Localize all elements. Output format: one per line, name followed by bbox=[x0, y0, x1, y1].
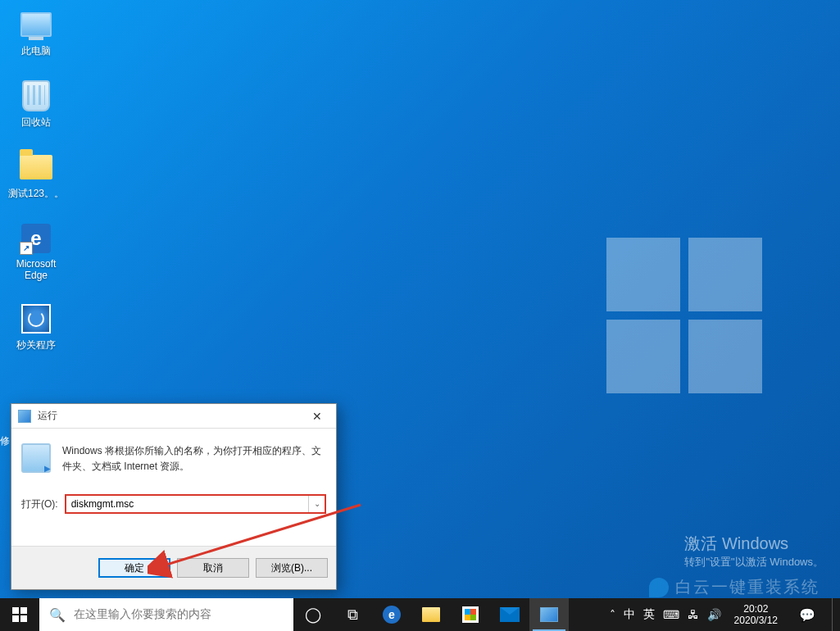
brand-watermark: 白云一键重装系统 bbox=[649, 576, 820, 598]
search-placeholder: 在这里输入你要搜索的内容 bbox=[74, 607, 211, 622]
desktop-icon-this-pc[interactable]: 此电脑 bbox=[7, 8, 66, 58]
desktop-icons: 此电脑 回收站 测试123。。 e Microsoft Edge 秒关程序 bbox=[7, 8, 66, 352]
desktop[interactable]: 此电脑 回收站 测试123。。 e Microsoft Edge 秒关程序 修 … bbox=[0, 0, 840, 631]
taskbar-clock[interactable]: 20:02 2020/3/12 bbox=[729, 603, 783, 627]
ok-button[interactable]: 确定 bbox=[98, 558, 170, 578]
recycle-bin-icon bbox=[22, 80, 50, 111]
taskbar: 🔍 在这里输入你要搜索的内容 ◯ ⧉ e ˄ 中 英 ⌨ 🖧 bbox=[0, 598, 840, 631]
desktop-icon-label: 测试123。。 bbox=[8, 187, 64, 201]
watermark-title: 激活 Windows bbox=[684, 533, 824, 555]
run-dialog-icon bbox=[21, 443, 51, 473]
open-label: 打开(O): bbox=[21, 497, 58, 511]
store-icon bbox=[462, 606, 479, 623]
start-button[interactable] bbox=[0, 598, 39, 631]
close-icon: ✕ bbox=[312, 410, 322, 423]
desktop-icon-recycle-bin[interactable]: 回收站 bbox=[7, 79, 66, 129]
windows-logo-backdrop bbox=[606, 238, 762, 393]
run-dialog: 运行 ✕ Windows 将根据你所输入的名称，为你打开相应的程序、文件夹、文档… bbox=[11, 403, 337, 590]
edge-icon: e bbox=[383, 606, 401, 624]
run-input[interactable] bbox=[66, 496, 308, 512]
desktop-icon-label: 此电脑 bbox=[21, 44, 51, 58]
activation-watermark: 激活 Windows 转到"设置"以激活 Windows。 bbox=[684, 533, 824, 570]
run-button-row: 确定 取消 浏览(B)... bbox=[11, 546, 336, 589]
computer-icon bbox=[20, 12, 52, 37]
ime-indicator[interactable]: 中 bbox=[624, 607, 635, 622]
volume-icon[interactable]: 🔊 bbox=[707, 608, 721, 621]
desktop-icon-test-folder[interactable]: 测试123。。 bbox=[7, 151, 66, 201]
taskbar-app-store[interactable] bbox=[451, 598, 490, 631]
clock-time: 20:02 bbox=[734, 603, 778, 615]
chevron-down-icon[interactable]: ⌄ bbox=[308, 496, 325, 512]
run-body: Windows 将根据你所输入的名称，为你打开相应的程序、文件夹、文档或 Int… bbox=[11, 429, 336, 546]
desktop-icon-shutdown[interactable]: 秒关程序 bbox=[7, 302, 66, 352]
folder-icon bbox=[422, 607, 440, 622]
desktop-icon-label: 修 bbox=[0, 434, 10, 448]
clock-date: 2020/3/12 bbox=[734, 615, 778, 626]
run-description: Windows 将根据你所输入的名称，为你打开相应的程序、文件夹、文档或 Int… bbox=[62, 443, 326, 474]
power-icon bbox=[21, 304, 51, 334]
run-combobox[interactable]: ⌄ bbox=[65, 494, 326, 514]
task-view-button[interactable]: ⧉ bbox=[333, 598, 372, 631]
watermark-subtitle: 转到"设置"以激活 Windows。 bbox=[684, 555, 824, 570]
cancel-button[interactable]: 取消 bbox=[177, 558, 249, 578]
taskbar-app-explorer[interactable] bbox=[411, 598, 451, 631]
tray-overflow-icon[interactable]: ˄ bbox=[610, 608, 615, 621]
run-titlebar[interactable]: 运行 ✕ bbox=[11, 404, 336, 429]
taskbar-app-mail[interactable] bbox=[490, 598, 529, 631]
run-icon bbox=[540, 607, 558, 622]
browse-button[interactable]: 浏览(B)... bbox=[256, 558, 328, 578]
taskbar-app-run[interactable] bbox=[529, 598, 569, 631]
ime-lang-indicator[interactable]: 英 bbox=[643, 607, 655, 622]
search-icon: 🔍 bbox=[49, 607, 66, 623]
show-desktop-button[interactable] bbox=[832, 598, 837, 631]
cortana-button[interactable]: ◯ bbox=[293, 598, 333, 631]
folder-icon bbox=[20, 155, 52, 179]
run-app-icon bbox=[18, 410, 31, 423]
bird-icon bbox=[649, 578, 669, 597]
edge-icon: e bbox=[21, 224, 51, 253]
desktop-icon-edge[interactable]: e Microsoft Edge bbox=[7, 222, 66, 281]
mail-icon bbox=[500, 607, 520, 622]
cortana-icon: ◯ bbox=[305, 606, 321, 624]
run-title: 运行 bbox=[38, 409, 57, 423]
taskbar-search[interactable]: 🔍 在这里输入你要搜索的内容 bbox=[39, 598, 293, 631]
network-icon[interactable]: 🖧 bbox=[688, 608, 699, 621]
notification-icon: 💬 bbox=[799, 607, 815, 623]
task-view-icon: ⧉ bbox=[347, 606, 358, 624]
taskbar-app-edge[interactable]: e bbox=[372, 598, 411, 631]
ime-mode-indicator[interactable]: ⌨ bbox=[663, 608, 679, 621]
desktop-icon-label: 秒关程序 bbox=[16, 338, 56, 352]
action-center-button[interactable]: 💬 bbox=[791, 607, 824, 623]
close-button[interactable]: ✕ bbox=[298, 404, 336, 429]
desktop-icon-label: 回收站 bbox=[21, 116, 51, 129]
desktop-icon-label: Microsoft Edge bbox=[7, 258, 66, 281]
windows-logo-icon bbox=[12, 607, 27, 622]
system-tray: ˄ 中 英 ⌨ 🖧 🔊 20:02 2020/3/12 💬 bbox=[610, 598, 840, 631]
